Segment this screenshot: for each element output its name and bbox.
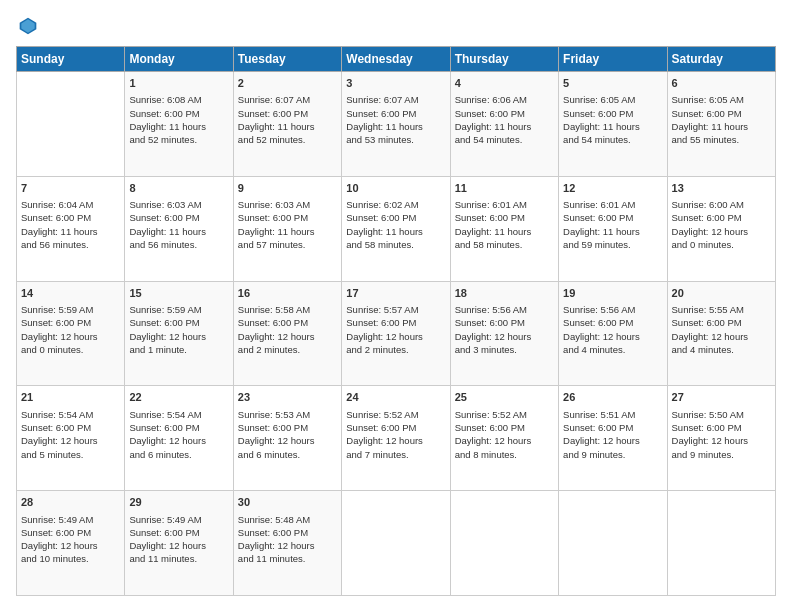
calendar-cell: 15Sunrise: 5:59 AM Sunset: 6:00 PM Dayli… [125, 281, 233, 386]
header [16, 16, 776, 36]
day-info: Sunrise: 5:59 AM Sunset: 6:00 PM Dayligh… [129, 303, 228, 356]
day-number: 11 [455, 181, 554, 196]
calendar-cell: 19Sunrise: 5:56 AM Sunset: 6:00 PM Dayli… [559, 281, 667, 386]
calendar-cell: 22Sunrise: 5:54 AM Sunset: 6:00 PM Dayli… [125, 386, 233, 491]
day-of-week-header: Sunday [17, 47, 125, 72]
day-info: Sunrise: 5:54 AM Sunset: 6:00 PM Dayligh… [21, 408, 120, 461]
calendar-week-row: 28Sunrise: 5:49 AM Sunset: 6:00 PM Dayli… [17, 491, 776, 596]
calendar-cell: 7Sunrise: 6:04 AM Sunset: 6:00 PM Daylig… [17, 176, 125, 281]
calendar-cell: 10Sunrise: 6:02 AM Sunset: 6:00 PM Dayli… [342, 176, 450, 281]
day-number: 16 [238, 286, 337, 301]
day-number: 2 [238, 76, 337, 91]
day-number: 28 [21, 495, 120, 510]
day-info: Sunrise: 5:56 AM Sunset: 6:00 PM Dayligh… [563, 303, 662, 356]
calendar-cell: 24Sunrise: 5:52 AM Sunset: 6:00 PM Dayli… [342, 386, 450, 491]
day-of-week-header: Tuesday [233, 47, 341, 72]
calendar-cell: 20Sunrise: 5:55 AM Sunset: 6:00 PM Dayli… [667, 281, 775, 386]
day-number: 27 [672, 390, 771, 405]
day-info: Sunrise: 6:03 AM Sunset: 6:00 PM Dayligh… [129, 198, 228, 251]
day-info: Sunrise: 5:48 AM Sunset: 6:00 PM Dayligh… [238, 513, 337, 566]
day-number: 8 [129, 181, 228, 196]
day-number: 18 [455, 286, 554, 301]
calendar-cell: 23Sunrise: 5:53 AM Sunset: 6:00 PM Dayli… [233, 386, 341, 491]
day-of-week-header: Monday [125, 47, 233, 72]
day-info: Sunrise: 6:07 AM Sunset: 6:00 PM Dayligh… [346, 93, 445, 146]
day-info: Sunrise: 6:05 AM Sunset: 6:00 PM Dayligh… [563, 93, 662, 146]
day-number: 7 [21, 181, 120, 196]
calendar-cell: 13Sunrise: 6:00 AM Sunset: 6:00 PM Dayli… [667, 176, 775, 281]
calendar-cell: 4Sunrise: 6:06 AM Sunset: 6:00 PM Daylig… [450, 72, 558, 177]
calendar-cell [17, 72, 125, 177]
day-number: 5 [563, 76, 662, 91]
day-info: Sunrise: 5:49 AM Sunset: 6:00 PM Dayligh… [129, 513, 228, 566]
day-number: 25 [455, 390, 554, 405]
day-info: Sunrise: 5:52 AM Sunset: 6:00 PM Dayligh… [346, 408, 445, 461]
calendar-cell: 6Sunrise: 6:05 AM Sunset: 6:00 PM Daylig… [667, 72, 775, 177]
day-info: Sunrise: 6:04 AM Sunset: 6:00 PM Dayligh… [21, 198, 120, 251]
calendar-cell [667, 491, 775, 596]
day-info: Sunrise: 5:52 AM Sunset: 6:00 PM Dayligh… [455, 408, 554, 461]
calendar-cell: 12Sunrise: 6:01 AM Sunset: 6:00 PM Dayli… [559, 176, 667, 281]
calendar-cell: 29Sunrise: 5:49 AM Sunset: 6:00 PM Dayli… [125, 491, 233, 596]
day-of-week-header: Thursday [450, 47, 558, 72]
calendar-cell: 28Sunrise: 5:49 AM Sunset: 6:00 PM Dayli… [17, 491, 125, 596]
day-info: Sunrise: 6:07 AM Sunset: 6:00 PM Dayligh… [238, 93, 337, 146]
calendar-cell: 9Sunrise: 6:03 AM Sunset: 6:00 PM Daylig… [233, 176, 341, 281]
day-number: 30 [238, 495, 337, 510]
calendar-cell: 14Sunrise: 5:59 AM Sunset: 6:00 PM Dayli… [17, 281, 125, 386]
calendar-cell: 18Sunrise: 5:56 AM Sunset: 6:00 PM Dayli… [450, 281, 558, 386]
day-of-week-header: Friday [559, 47, 667, 72]
day-number: 26 [563, 390, 662, 405]
calendar-cell: 27Sunrise: 5:50 AM Sunset: 6:00 PM Dayli… [667, 386, 775, 491]
day-info: Sunrise: 6:01 AM Sunset: 6:00 PM Dayligh… [563, 198, 662, 251]
calendar-week-row: 14Sunrise: 5:59 AM Sunset: 6:00 PM Dayli… [17, 281, 776, 386]
day-info: Sunrise: 6:06 AM Sunset: 6:00 PM Dayligh… [455, 93, 554, 146]
day-number: 13 [672, 181, 771, 196]
day-info: Sunrise: 5:58 AM Sunset: 6:00 PM Dayligh… [238, 303, 337, 356]
day-number: 29 [129, 495, 228, 510]
day-info: Sunrise: 6:00 AM Sunset: 6:00 PM Dayligh… [672, 198, 771, 251]
calendar-cell [559, 491, 667, 596]
calendar-week-row: 7Sunrise: 6:04 AM Sunset: 6:00 PM Daylig… [17, 176, 776, 281]
day-info: Sunrise: 5:49 AM Sunset: 6:00 PM Dayligh… [21, 513, 120, 566]
day-number: 14 [21, 286, 120, 301]
page: SundayMondayTuesdayWednesdayThursdayFrid… [0, 0, 792, 612]
day-number: 22 [129, 390, 228, 405]
day-info: Sunrise: 5:53 AM Sunset: 6:00 PM Dayligh… [238, 408, 337, 461]
calendar-cell: 26Sunrise: 5:51 AM Sunset: 6:00 PM Dayli… [559, 386, 667, 491]
day-number: 21 [21, 390, 120, 405]
day-info: Sunrise: 6:01 AM Sunset: 6:00 PM Dayligh… [455, 198, 554, 251]
day-info: Sunrise: 6:03 AM Sunset: 6:00 PM Dayligh… [238, 198, 337, 251]
calendar-cell: 8Sunrise: 6:03 AM Sunset: 6:00 PM Daylig… [125, 176, 233, 281]
day-info: Sunrise: 5:55 AM Sunset: 6:00 PM Dayligh… [672, 303, 771, 356]
day-number: 19 [563, 286, 662, 301]
logo-icon [18, 16, 38, 36]
calendar-cell [450, 491, 558, 596]
day-number: 3 [346, 76, 445, 91]
calendar-cell: 25Sunrise: 5:52 AM Sunset: 6:00 PM Dayli… [450, 386, 558, 491]
calendar-cell [342, 491, 450, 596]
calendar-cell: 16Sunrise: 5:58 AM Sunset: 6:00 PM Dayli… [233, 281, 341, 386]
day-number: 15 [129, 286, 228, 301]
day-number: 24 [346, 390, 445, 405]
calendar-cell: 21Sunrise: 5:54 AM Sunset: 6:00 PM Dayli… [17, 386, 125, 491]
calendar-cell: 2Sunrise: 6:07 AM Sunset: 6:00 PM Daylig… [233, 72, 341, 177]
day-number: 20 [672, 286, 771, 301]
day-number: 6 [672, 76, 771, 91]
calendar-cell: 5Sunrise: 6:05 AM Sunset: 6:00 PM Daylig… [559, 72, 667, 177]
calendar-cell: 1Sunrise: 6:08 AM Sunset: 6:00 PM Daylig… [125, 72, 233, 177]
day-info: Sunrise: 5:57 AM Sunset: 6:00 PM Dayligh… [346, 303, 445, 356]
day-info: Sunrise: 5:56 AM Sunset: 6:00 PM Dayligh… [455, 303, 554, 356]
day-info: Sunrise: 5:59 AM Sunset: 6:00 PM Dayligh… [21, 303, 120, 356]
day-info: Sunrise: 6:05 AM Sunset: 6:00 PM Dayligh… [672, 93, 771, 146]
day-number: 9 [238, 181, 337, 196]
calendar-cell: 17Sunrise: 5:57 AM Sunset: 6:00 PM Dayli… [342, 281, 450, 386]
calendar-cell: 30Sunrise: 5:48 AM Sunset: 6:00 PM Dayli… [233, 491, 341, 596]
day-info: Sunrise: 6:08 AM Sunset: 6:00 PM Dayligh… [129, 93, 228, 146]
day-number: 17 [346, 286, 445, 301]
calendar-week-row: 1Sunrise: 6:08 AM Sunset: 6:00 PM Daylig… [17, 72, 776, 177]
calendar-cell: 11Sunrise: 6:01 AM Sunset: 6:00 PM Dayli… [450, 176, 558, 281]
day-info: Sunrise: 6:02 AM Sunset: 6:00 PM Dayligh… [346, 198, 445, 251]
calendar-cell: 3Sunrise: 6:07 AM Sunset: 6:00 PM Daylig… [342, 72, 450, 177]
day-of-week-header: Saturday [667, 47, 775, 72]
